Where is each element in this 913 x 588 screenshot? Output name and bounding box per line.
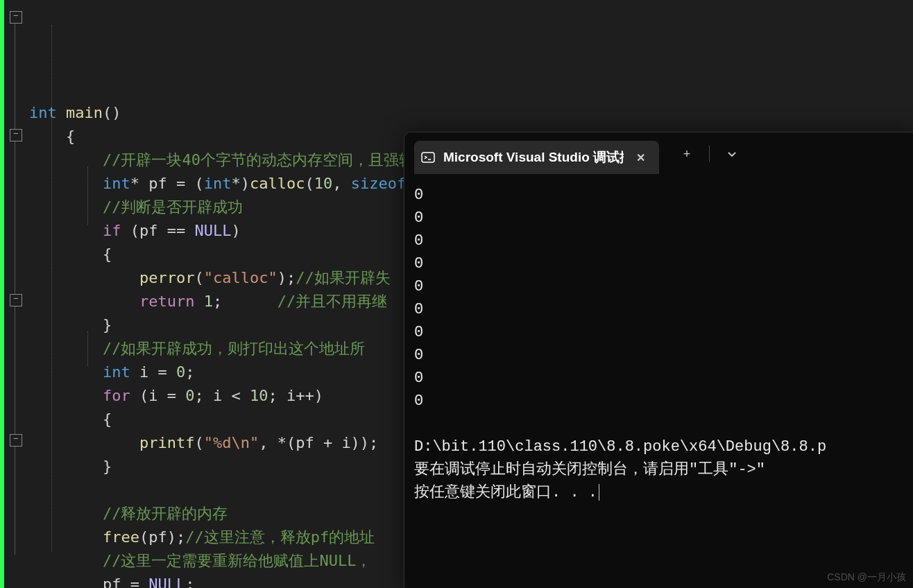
output-hint: 要在调试停止时自动关闭控制台，请启用"工具"->": [414, 461, 765, 478]
terminal-output[interactable]: 0 0 0 0 0 0 0 0 0 0 D:\bit.110\class.110…: [404, 175, 913, 588]
title-bar-actions: +: [672, 140, 747, 168]
output-line: 0: [414, 278, 423, 295]
close-icon[interactable]: ✕: [632, 150, 649, 166]
tab-dropdown-button[interactable]: [717, 140, 747, 168]
output-line: 0: [414, 301, 423, 318]
fold-toggle[interactable]: −: [10, 11, 22, 24]
divider: [709, 146, 710, 162]
output-line: 0: [414, 232, 423, 250]
watermark: CSDN @一月小孩: [827, 571, 906, 584]
output-line: 0: [414, 209, 423, 227]
output-line: 0: [414, 255, 423, 273]
editor-gutter[interactable]: − − − −: [4, 0, 29, 588]
output-press: 按任意键关闭此窗口. . .: [414, 484, 597, 501]
output-line: 0: [414, 370, 423, 387]
fold-line: [15, 21, 15, 555]
terminal-window[interactable]: Microsoft Visual Studio 调试控 ✕ + 0 0 0 0 …: [404, 132, 913, 588]
output-line: 0: [414, 347, 423, 364]
fold-toggle[interactable]: −: [10, 434, 22, 447]
tab-title: Microsoft Visual Studio 调试控: [443, 148, 624, 166]
terminal-tab[interactable]: Microsoft Visual Studio 调试控 ✕: [414, 141, 659, 174]
terminal-title-bar[interactable]: Microsoft Visual Studio 调试控 ✕ +: [404, 132, 913, 175]
cursor: [599, 484, 599, 501]
terminal-icon: [421, 150, 435, 164]
output-line: 0: [414, 187, 423, 204]
output-line: 0: [414, 324, 423, 341]
new-tab-button[interactable]: +: [672, 140, 702, 168]
output-line: 0: [414, 392, 423, 410]
svg-rect-0: [422, 153, 434, 162]
fold-toggle[interactable]: −: [10, 294, 22, 306]
fold-toggle[interactable]: −: [10, 129, 22, 141]
chevron-down-icon: [727, 149, 737, 159]
output-path: D:\bit.110\class.110\8.8.poke\x64\Debug\…: [414, 438, 826, 456]
